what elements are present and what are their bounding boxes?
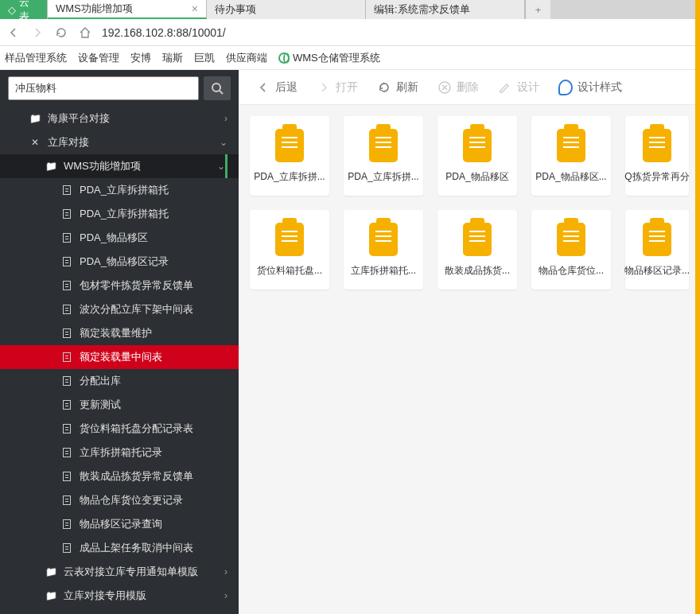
- tree-label: 散装成品拣货异常反馈单: [80, 469, 193, 484]
- tab-edit-feedback[interactable]: 编辑:系统需求反馈单: [366, 0, 525, 19]
- tree-leaf[interactable]: 货位料箱托盘分配记录表: [0, 417, 239, 441]
- tree-leaf[interactable]: 立库拆拼箱托记录: [0, 441, 239, 464]
- tree-lk[interactable]: 立库对接⌄: [0, 130, 239, 154]
- card-label: 散装成品拣货...: [445, 264, 510, 278]
- tree-hk[interactable]: 海康平台对接›: [0, 107, 239, 130]
- doc-icon: [63, 233, 71, 243]
- svg-point-0: [212, 84, 220, 91]
- clipboard-icon: [557, 129, 585, 162]
- close-icon[interactable]: ×: [192, 2, 198, 15]
- card-label: 物品移区记录...: [624, 264, 690, 278]
- form-card[interactable]: 物品仓库货位...: [531, 210, 611, 290]
- menu-jukai[interactable]: 巨凯: [194, 51, 215, 65]
- globe-icon: [278, 52, 290, 64]
- new-tab-button[interactable]: +: [525, 0, 550, 19]
- tab-wms-add[interactable]: WMS功能增加项 ×: [48, 0, 207, 19]
- menu-ruisi[interactable]: 瑞斯: [162, 51, 183, 65]
- doc-icon: [63, 257, 71, 266]
- tree-label: 立库拆拼箱托记录: [80, 445, 162, 460]
- tree-leaf[interactable]: 物品移区记录查询: [0, 512, 239, 536]
- tree-leaf[interactable]: PDA_立库拆拼箱托: [0, 178, 239, 202]
- form-card[interactable]: Q拣货异常再分: [625, 116, 689, 196]
- tree-label: 立库对接专用模版: [64, 589, 146, 603]
- tree-leaf[interactable]: 包材零件拣货异常反馈单: [0, 274, 239, 297]
- tree-leaf[interactable]: 额定装载量维护: [0, 321, 239, 345]
- menu-wms[interactable]: WMS仓储管理系统: [278, 51, 380, 65]
- open-button[interactable]: 打开: [309, 76, 366, 99]
- tree-label: PDA_物品移区记录: [80, 255, 169, 269]
- tree-leaf[interactable]: PDA_物品移区: [0, 226, 239, 250]
- btn-label: 打开: [336, 80, 358, 95]
- design-style-button[interactable]: 设计样式: [550, 76, 630, 99]
- form-card[interactable]: PDA_物品移区...: [531, 116, 611, 196]
- form-card[interactable]: PDA_物品移区: [438, 116, 517, 196]
- toolbar: 后退 打开 刷新 删除 设计 设计样式: [239, 70, 700, 105]
- tree-leaf[interactable]: 散装成品拣货异常反馈单: [0, 464, 239, 488]
- tree-leaf-selected[interactable]: 额定装载量中间表: [0, 345, 239, 369]
- tab-cloud[interactable]: ◇ 云表: [0, 0, 48, 19]
- tree-label: 货位料箱托盘分配记录表: [80, 422, 193, 436]
- search-button[interactable]: [204, 76, 231, 100]
- refresh-icon: [377, 80, 391, 95]
- doc-icon: [63, 185, 71, 195]
- menu-supplier[interactable]: 供应商端: [226, 51, 267, 65]
- tree-label: 立库对接: [48, 135, 89, 150]
- doc-icon: [63, 352, 71, 362]
- chevron-left-icon: [256, 80, 270, 95]
- design-button[interactable]: 设计: [490, 76, 547, 99]
- form-card[interactable]: 物品移区记录...: [625, 210, 689, 290]
- cloud-logo-icon: ◇: [8, 4, 16, 16]
- tree-leaf[interactable]: 物品仓库货位变更记录: [0, 488, 239, 512]
- doc-icon: [63, 305, 71, 314]
- form-card[interactable]: PDA_立库拆拼...: [250, 116, 329, 196]
- form-card[interactable]: 货位料箱托盘...: [250, 210, 329, 290]
- nav-reload-button[interactable]: [54, 25, 68, 40]
- form-card[interactable]: PDA_立库拆拼...: [344, 116, 423, 196]
- doc-icon: [63, 448, 71, 457]
- chevron-right-icon: ›: [224, 113, 228, 124]
- card-label: 立库拆拼箱托...: [351, 264, 416, 278]
- refresh-button[interactable]: 刷新: [369, 76, 426, 99]
- btn-label: 后退: [275, 80, 298, 95]
- tab-label: 编辑:系统需求反馈单: [374, 2, 470, 17]
- card-label: PDA_物品移区: [445, 170, 508, 184]
- form-card[interactable]: 立库拆拼箱托...: [344, 210, 423, 290]
- tree-wms-add[interactable]: WMS功能增加项⌄: [0, 154, 239, 178]
- tree-tpl1[interactable]: 云表对接立库专用通知单模版›: [0, 560, 239, 584]
- tree-tpl2[interactable]: 立库对接专用模版›: [0, 584, 239, 608]
- tree-label: 物品移区记录查询: [80, 517, 162, 531]
- search-input[interactable]: [8, 76, 199, 100]
- clipboard-icon: [463, 129, 492, 162]
- nav-back-button[interactable]: [6, 25, 21, 40]
- active-indicator: [225, 154, 228, 178]
- tree-label: 物品仓库货位变更记录: [80, 493, 183, 507]
- tab-todo[interactable]: 待办事项: [207, 0, 366, 19]
- tree-leaf[interactable]: 分配出库: [0, 369, 239, 393]
- delete-button[interactable]: 删除: [430, 76, 487, 99]
- btn-label: 设计: [517, 80, 539, 95]
- tree-leaf[interactable]: 波次分配立库下架中间表: [0, 297, 239, 321]
- tree-leaf[interactable]: 成品上架任务取消中间表: [0, 536, 239, 560]
- doc-icon: [63, 543, 71, 553]
- tree-label: 分配出库: [80, 374, 121, 388]
- tree-leaf[interactable]: 更新测试: [0, 393, 239, 417]
- form-card[interactable]: 散装成品拣货...: [438, 210, 517, 290]
- doc-icon: [63, 328, 71, 338]
- clipboard-icon: [275, 223, 304, 256]
- nav-forward-button[interactable]: [30, 25, 45, 40]
- tree-label: 更新测试: [80, 398, 121, 412]
- menu-device[interactable]: 设备管理: [78, 51, 119, 65]
- tree-label: PDA_立库拆拼箱托: [80, 207, 169, 221]
- menu-anbo[interactable]: 安博: [130, 51, 151, 65]
- back-button[interactable]: 后退: [248, 76, 305, 99]
- tree-leaf[interactable]: PDA_立库拆拼箱托: [0, 202, 239, 226]
- tree-leaf[interactable]: PDA_物品移区记录: [0, 250, 239, 274]
- menu-sample[interactable]: 样品管理系统: [5, 51, 67, 65]
- doc-icon: [63, 209, 71, 219]
- card-label: 物品仓库货位...: [539, 264, 604, 278]
- folder-icon: [45, 566, 57, 577]
- chevron-down-icon: ⌄: [220, 137, 228, 148]
- url-text[interactable]: 192.168.102.8:88/10001/: [102, 26, 694, 39]
- nav-home-button[interactable]: [78, 25, 92, 40]
- card-label: PDA_立库拆拼...: [348, 170, 418, 184]
